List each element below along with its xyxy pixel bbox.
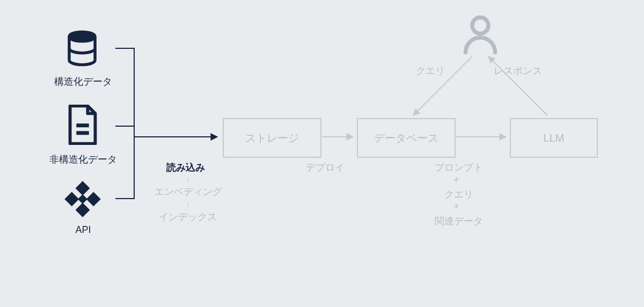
llm-box: LLM xyxy=(510,118,598,158)
related-label: 関連データ xyxy=(435,215,483,228)
svg-marker-6 xyxy=(86,192,101,207)
prompt-label: プロンプト xyxy=(435,161,483,174)
deploy-label: デプロイ xyxy=(306,161,345,174)
svg-point-8 xyxy=(472,18,488,34)
file-icon xyxy=(66,105,99,145)
plus-2: + xyxy=(453,201,459,213)
response-label: レスポンス xyxy=(494,64,542,77)
load-label: 読み込み xyxy=(166,161,205,174)
svg-marker-3 xyxy=(76,181,90,195)
api-icon xyxy=(63,180,102,218)
llm-label: LLM xyxy=(544,132,565,144)
svg-rect-2 xyxy=(76,131,89,135)
unstructured-data-label: 非構造化データ xyxy=(48,153,118,166)
database-box: データベース xyxy=(357,118,456,158)
storage-label: ストレージ xyxy=(245,131,299,145)
database-icon xyxy=(63,30,101,67)
user-icon xyxy=(459,13,502,56)
index-label: インデックス xyxy=(159,210,217,223)
svg-marker-5 xyxy=(64,192,79,207)
svg-rect-1 xyxy=(76,123,89,127)
plus-1: + xyxy=(453,174,459,186)
query-label: クエリ xyxy=(416,64,445,77)
diagram-canvas: 構造化データ 非構造化データ API ストレージ データベー xyxy=(0,0,644,307)
structured-data-label: 構造化データ xyxy=(54,75,113,88)
arrow-down-1: ↓ xyxy=(182,174,193,183)
arrow-down-2: ↓ xyxy=(182,200,193,208)
svg-point-0 xyxy=(69,32,95,41)
svg-marker-7 xyxy=(78,194,87,204)
svg-marker-4 xyxy=(76,203,90,217)
database-label: データベース xyxy=(374,131,438,145)
storage-box: ストレージ xyxy=(223,118,321,158)
api-label: API xyxy=(72,224,94,236)
query2-label: クエリ xyxy=(444,188,473,201)
embedding-label: エンベディング xyxy=(155,185,222,198)
